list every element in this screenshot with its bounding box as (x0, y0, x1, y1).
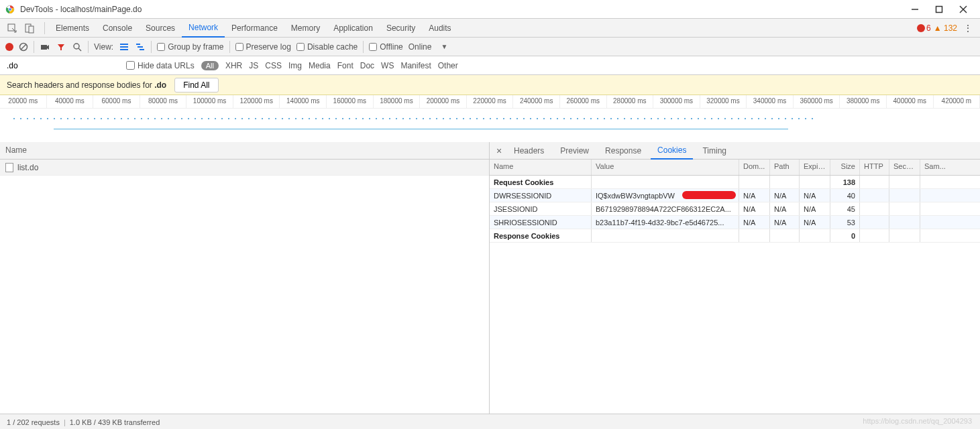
timeline-tick: 180000 ms (374, 95, 421, 108)
detail-panel: × Headers Preview Response Cookies Timin… (490, 142, 980, 414)
window-title: DevTools - localhost/mainPage.do (20, 5, 910, 14)
filter-all-pill[interactable]: All (201, 61, 219, 70)
svg-line-11 (21, 44, 26, 50)
response-cookies-section: Response Cookies 0 (490, 229, 980, 243)
svg-point-2 (9, 7, 12, 11)
camera-icon[interactable] (40, 42, 50, 52)
filter-manifest[interactable]: Manifest (400, 61, 431, 70)
filter-input[interactable] (5, 60, 119, 72)
filter-font[interactable]: Font (337, 61, 353, 70)
waterfall-icon[interactable] (135, 42, 146, 52)
svg-rect-20 (140, 49, 144, 50)
search-bar: Search headers and response bodies for .… (0, 75, 980, 95)
cookie-table-header: Name Value Dom... Path Expir... Size HTT… (490, 160, 980, 176)
tab-preview[interactable]: Preview (553, 142, 596, 160)
svg-line-14 (78, 48, 81, 51)
warning-count[interactable]: ▲ 132 (934, 23, 957, 33)
col-size[interactable]: Size (830, 160, 860, 175)
timeline-tick: 100000 ms (186, 95, 233, 108)
filter-doc[interactable]: Doc (360, 61, 374, 70)
search-icon[interactable] (72, 42, 83, 52)
large-rows-icon[interactable] (119, 42, 129, 52)
filter-media[interactable]: Media (309, 61, 331, 70)
error-count[interactable]: 6 (917, 23, 931, 33)
offline-checkbox[interactable]: Offline (369, 42, 402, 52)
col-domain[interactable]: Dom... (739, 160, 770, 175)
timeline-tick: 340000 ms (747, 95, 794, 108)
record-button[interactable] (5, 43, 13, 51)
timeline-tick: 260000 ms (560, 95, 607, 108)
chevron-down-icon[interactable]: ▼ (437, 43, 451, 50)
cookie-row[interactable]: DWRSESSIONIDIQ$xdwBW3vngtapbVWN/AN/AN/A4… (490, 189, 980, 202)
preserve-log-checkbox[interactable]: Preserve log (235, 42, 291, 52)
file-icon (5, 163, 13, 172)
filter-xhr[interactable]: XHR (225, 61, 242, 70)
filter-js[interactable]: JS (249, 61, 258, 70)
filter-img[interactable]: Img (288, 61, 302, 70)
hide-data-urls-checkbox[interactable]: Hide data URLs (126, 61, 195, 70)
detail-tabs: × Headers Preview Response Cookies Timin… (490, 142, 980, 160)
close-detail-icon[interactable]: × (494, 145, 504, 156)
request-row[interactable]: list.do (0, 160, 489, 176)
svg-rect-19 (138, 46, 143, 48)
svg-rect-12 (41, 45, 47, 50)
tab-console[interactable]: Console (96, 19, 139, 38)
filter-css[interactable]: CSS (265, 61, 282, 70)
col-http[interactable]: HTTP (860, 160, 889, 175)
tab-sources[interactable]: Sources (139, 19, 182, 38)
svg-rect-18 (136, 44, 140, 45)
close-button[interactable] (959, 5, 968, 14)
maximize-button[interactable] (934, 5, 944, 14)
col-expires[interactable]: Expir... (800, 160, 830, 175)
tab-audits[interactable]: Audits (422, 19, 457, 38)
timeline-ticks: 20000 ms40000 ms60000 ms80000 ms100000 m… (0, 95, 980, 109)
tab-elements[interactable]: Elements (49, 19, 96, 38)
requests-panel: Name list.do (0, 142, 490, 414)
tab-cookies[interactable]: Cookies (651, 142, 693, 160)
timeline-tick: 160000 ms (327, 95, 374, 108)
inspect-element-icon[interactable] (5, 21, 19, 35)
kebab-menu-icon[interactable]: ⋮ (964, 23, 975, 33)
tab-timing[interactable]: Timing (696, 142, 733, 160)
window-controls (910, 5, 975, 14)
find-all-button[interactable]: Find All (174, 78, 218, 93)
throttling-select[interactable]: Online (409, 42, 432, 52)
timeline-tick: 280000 ms (607, 95, 654, 108)
timeline-tick: 320000 ms (700, 95, 747, 108)
col-path[interactable]: Path (770, 160, 800, 175)
col-value[interactable]: Value (592, 160, 739, 175)
device-toggle-icon[interactable] (23, 21, 36, 35)
filter-other[interactable]: Other (438, 61, 458, 70)
filter-ws[interactable]: WS (381, 61, 394, 70)
timeline-tick: 220000 ms (467, 95, 514, 108)
search-text: Search headers and response bodies for .… (7, 80, 166, 90)
tab-security[interactable]: Security (380, 19, 422, 38)
tab-network[interactable]: Network (182, 19, 225, 38)
request-count: 1 / 202 requests (7, 418, 60, 426)
titlebar: DevTools - localhost/mainPage.do (0, 0, 980, 19)
col-samesite[interactable]: Sam... (920, 160, 980, 175)
group-by-frame-checkbox[interactable]: Group by frame (157, 42, 223, 52)
tab-performance[interactable]: Performance (225, 19, 284, 38)
cookie-table: Name Value Dom... Path Expir... Size HTT… (490, 160, 980, 414)
disable-cache-checkbox[interactable]: Disable cache (296, 42, 358, 52)
svg-rect-4 (936, 6, 942, 12)
chrome-icon (5, 5, 15, 14)
col-secure[interactable]: Secure (889, 160, 920, 175)
cookie-row[interactable]: JSESSIONIDB6719298978894A722CF866312EC2A… (490, 202, 980, 216)
view-label: View: (94, 42, 113, 52)
tab-response[interactable]: Response (598, 142, 648, 160)
filter-bar: Hide data URLs All XHR JS CSS Img Media … (0, 56, 980, 75)
clear-button[interactable] (19, 42, 28, 52)
tab-application[interactable]: Application (327, 19, 380, 38)
cookie-row[interactable]: SHRIOSESSIONIDb23a11b7-4f19-4d32-9bc7-e5… (490, 216, 980, 229)
timeline-graph (0, 109, 980, 142)
tab-memory[interactable]: Memory (284, 19, 327, 38)
col-name[interactable]: Name (490, 160, 592, 175)
minimize-button[interactable] (910, 5, 920, 14)
name-column-header[interactable]: Name (0, 142, 489, 160)
filter-icon[interactable] (56, 42, 66, 52)
tab-headers[interactable]: Headers (507, 142, 551, 160)
timeline[interactable]: 20000 ms40000 ms60000 ms80000 ms100000 m… (0, 95, 980, 142)
svg-point-13 (74, 44, 79, 49)
